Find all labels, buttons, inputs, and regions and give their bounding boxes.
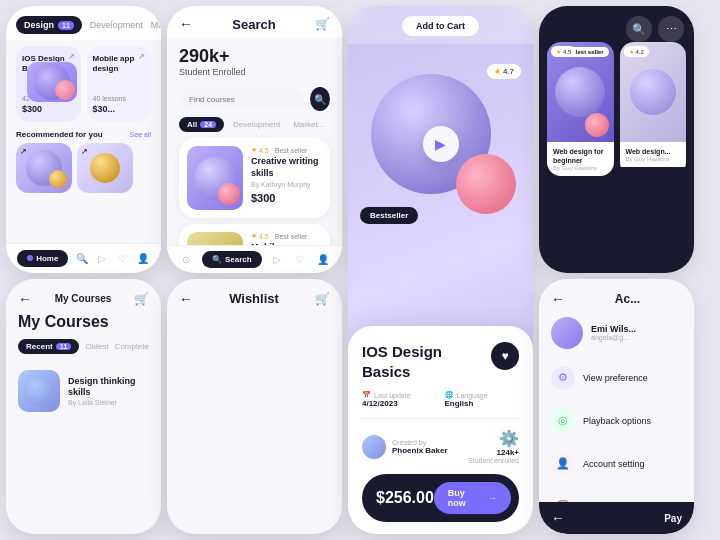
tc-sphere-1: [555, 67, 605, 117]
menu-item-playback[interactable]: ◎ Playback options: [539, 402, 694, 440]
best-seller-badge-2: Best seller: [275, 233, 308, 240]
rec-thumb-2[interactable]: ↗: [77, 143, 133, 193]
tc-card-2[interactable]: ★ 4.2 Web design... By Guy Hawkins: [620, 42, 687, 176]
rating-star-icon: ★: [494, 67, 501, 76]
playback-icon: ◎: [551, 409, 575, 433]
view-pref-icon: ⚙: [551, 366, 575, 390]
students-icon: ⚙️: [468, 429, 519, 448]
star-icon: ★: [251, 146, 257, 154]
menu-item-view-pref[interactable]: ⚙ View preference: [539, 359, 694, 397]
filter-oldest[interactable]: Oldest: [85, 342, 108, 351]
tc-card-1[interactable]: Best seller ★ 4.5 Web design for beginne…: [547, 42, 614, 176]
tc-card-2-info: Web design... By Guy Hawkins: [620, 142, 687, 167]
result-card-1[interactable]: ★ 4.5 Best seller Creative writing skill…: [179, 138, 330, 218]
back-button[interactable]: ←: [18, 291, 32, 307]
phone-design: Design 11 Development Ma... IOS Design B…: [6, 6, 161, 273]
course-mobile-price: $30...: [93, 104, 146, 114]
snav-play-icon[interactable]: ▷: [270, 252, 284, 266]
filter-all-tab[interactable]: All 24: [179, 117, 224, 132]
meta-divider: [362, 418, 519, 419]
tab-design[interactable]: Design 11: [16, 16, 82, 34]
account-avatar: [551, 317, 583, 349]
heart-button[interactable]: ♥: [491, 342, 519, 370]
snav-search-label: Search: [225, 255, 252, 264]
account-user-row: Emi Wils... angela@g...: [539, 313, 694, 359]
calendar-icon: 📅: [362, 391, 371, 399]
buy-now-button[interactable]: Buy now →: [434, 482, 511, 514]
account-back-button[interactable]: ←: [551, 291, 565, 307]
rec-thumb-1[interactable]: ↗: [16, 143, 72, 193]
course-card-mobile[interactable]: Mobile app design 40 lessons $30... ↗: [87, 46, 152, 122]
phone-account: ← Ac... Emi Wils... angela@g... ⚙ View p…: [539, 279, 694, 534]
snav-home-icon[interactable]: ⊙: [179, 252, 193, 266]
search-page-title: Search: [232, 17, 275, 32]
filter-dev-tab[interactable]: Development: [229, 117, 284, 132]
nav-home-button[interactable]: Home: [17, 250, 68, 267]
account-title: Ac...: [573, 292, 682, 306]
students-count: 124k+: [468, 448, 519, 457]
wishlist-back-button[interactable]: ←: [179, 291, 193, 307]
tc-card-2-image: ★ 4.2: [620, 42, 687, 142]
rating-value: 4.5: [259, 147, 269, 154]
tc-title-1: Web design for beginner: [553, 147, 608, 165]
tab-mar[interactable]: Ma...: [151, 20, 161, 30]
featured-top-bar: Add to Cart: [348, 6, 533, 44]
add-to-cart-button[interactable]: Add to Cart: [402, 16, 479, 36]
phone-my-courses: ← My Courses 🛒 My Courses Recent 11 Olde…: [6, 279, 161, 534]
result-card-1-price: $300: [251, 192, 322, 204]
search-input[interactable]: [179, 89, 304, 110]
creator-text: Created by Phoenix Baker: [392, 439, 448, 455]
phone-top-courses: 🔍 ⋯ Best seller ★ 4.5 Web desi: [539, 6, 694, 273]
column-1: Design 11 Development Ma... IOS Design B…: [6, 6, 161, 534]
course-ios-image: [27, 62, 77, 102]
phone-featured: Add to Cart ▶ Bestseller ★ 4.7 IOS Desig…: [348, 6, 533, 534]
home-label: Home: [36, 254, 58, 263]
search-submit-button[interactable]: 🔍: [310, 87, 330, 111]
wishlist-cart-icon[interactable]: 🛒: [315, 292, 330, 306]
design-tabs-bar: Design 11 Development Ma...: [6, 6, 161, 40]
cart-icon[interactable]: 🛒: [134, 292, 149, 306]
last-update-label: 📅 Last update: [362, 391, 437, 399]
price-buy-row: $256.00 Buy now →: [362, 474, 519, 522]
my-courses-header-title: My Courses: [55, 293, 112, 304]
nav-heart-icon[interactable]: ♡: [115, 251, 129, 265]
recommended-thumbnails: ↗ ↗: [6, 143, 161, 199]
tc-author-1: By Guy Hawkins: [553, 165, 608, 171]
pay-back-button[interactable]: ←: [551, 510, 565, 526]
filter-market-tab[interactable]: Market...: [289, 117, 328, 132]
account-header: ← Ac...: [539, 279, 694, 313]
result-card-1-image: [187, 146, 243, 210]
language-value: English: [445, 399, 520, 408]
course-price: $256.00: [376, 489, 434, 507]
tab-dev[interactable]: Development: [90, 20, 143, 30]
result-card-1-rating: ★ 4.5 Best seller: [251, 146, 322, 154]
result-card-2-rating: ★ 4.5 Best seller: [251, 232, 322, 240]
search-icon-dark[interactable]: 🔍: [626, 16, 652, 42]
nav-search-icon[interactable]: 🔍: [75, 251, 89, 265]
course-card-ios[interactable]: IOS Design Basics 42 lessons $300 ↗: [16, 46, 81, 122]
last-update-value: 4/12/2023: [362, 399, 437, 408]
my-courses-header: ← My Courses 🛒: [6, 279, 161, 313]
see-all-link[interactable]: See all: [130, 131, 151, 138]
snav-heart-icon[interactable]: ♡: [293, 252, 307, 266]
filter-recent-pill[interactable]: Recent 11: [18, 339, 79, 354]
filter-all-badge: 24: [200, 121, 216, 128]
snav-profile-icon[interactable]: 👤: [316, 252, 330, 266]
more-icon-dark[interactable]: ⋯: [658, 16, 684, 42]
menu-divider-3: [551, 485, 682, 486]
view-pref-label: View preference: [583, 373, 648, 383]
filter-tabs: All 24 Development Market...: [167, 117, 342, 138]
snav-search-button[interactable]: 🔍 Search: [202, 251, 262, 268]
play-button[interactable]: ▶: [423, 126, 459, 162]
filter-complete[interactable]: Complete: [115, 342, 149, 351]
search-back-button[interactable]: ←: [179, 16, 193, 32]
nav-play-icon[interactable]: ▷: [95, 251, 109, 265]
course-meta-grid: 📅 Last update 4/12/2023 🌐 Language Engli…: [362, 391, 519, 408]
course-list-item-1[interactable]: Design thinking skills By Laila Steiner: [6, 364, 161, 418]
search-cart-icon[interactable]: 🛒: [315, 17, 330, 31]
wishlist-header: ← Wishlist 🛒: [167, 279, 342, 317]
menu-item-account[interactable]: 👤 Account setting: [539, 445, 694, 483]
star-icon-2: ★: [251, 232, 257, 240]
featured-rating-badge: ★ 4.7: [487, 64, 521, 79]
nav-profile-icon[interactable]: 👤: [136, 251, 150, 265]
